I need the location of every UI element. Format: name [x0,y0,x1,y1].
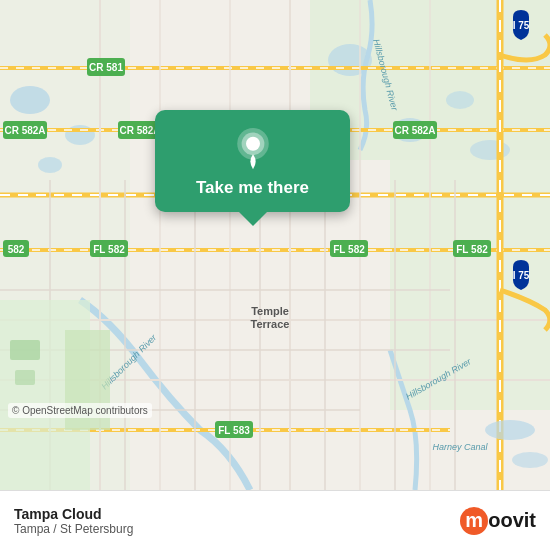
svg-point-9 [446,91,474,109]
moovit-logo: m oovit [460,507,536,535]
location-info: Tampa Cloud Tampa / St Petersburg [14,506,133,536]
bottom-bar: Tampa Cloud Tampa / St Petersburg m oovi… [0,490,550,550]
svg-text:Harney Canal: Harney Canal [432,442,488,452]
svg-rect-71 [10,340,40,360]
svg-text:FL 582: FL 582 [93,244,125,255]
popup-label: Take me there [196,178,309,198]
svg-text:FL 582: FL 582 [456,244,488,255]
location-pin-icon [232,128,274,170]
location-sub: Tampa / St Petersburg [14,522,133,536]
popup-card[interactable]: Take me there [155,110,350,212]
moovit-wordmark: oovit [488,509,536,532]
svg-text:FL 582: FL 582 [333,244,365,255]
svg-text:Terrace: Terrace [251,318,290,330]
svg-text:I 75: I 75 [513,270,530,281]
svg-text:582: 582 [8,244,25,255]
svg-point-75 [246,137,260,151]
svg-text:Temple: Temple [251,305,289,317]
svg-point-4 [10,86,50,114]
svg-text:FL 583: FL 583 [218,425,250,436]
copyright-text: © OpenStreetMap contributors [8,403,152,418]
map-container: CR 581 CR 582A CR 582A CR 582A 582 FL 58… [0,0,550,490]
location-name: Tampa Cloud [14,506,133,522]
svg-text:I 75: I 75 [513,20,530,31]
moovit-m-icon: m [460,507,488,535]
svg-rect-72 [15,370,35,385]
svg-point-68 [512,452,548,468]
svg-point-6 [38,157,62,173]
svg-text:CR 582A: CR 582A [394,125,435,136]
svg-point-10 [470,140,510,160]
svg-point-67 [485,420,535,440]
svg-text:CR 582A: CR 582A [4,125,45,136]
svg-text:CR 581: CR 581 [89,62,123,73]
